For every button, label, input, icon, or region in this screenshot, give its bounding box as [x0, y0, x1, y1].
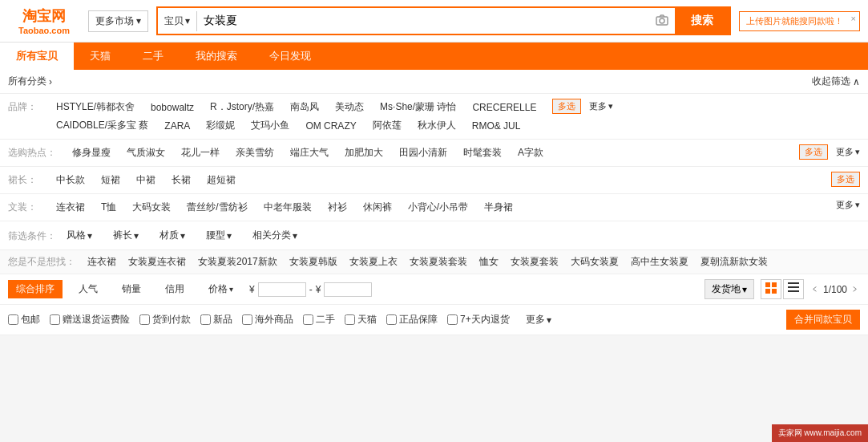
checkbox-return-fee[interactable]: 赠送退货运费险 [50, 313, 130, 326]
material-filter[interactable]: 材质 ▾ [149, 226, 196, 245]
list-item[interactable]: 田园小清新 [391, 144, 455, 161]
dress-more-button[interactable]: 更多 ▾ [836, 199, 860, 211]
suggestion-item[interactable]: 高中生女装夏 [631, 255, 688, 269]
origin-button[interactable]: 发货地 ▾ [704, 279, 754, 299]
pants-length-filter[interactable]: 裤长 ▾ [103, 226, 149, 245]
page-next-button[interactable]: ﹥ [850, 282, 860, 296]
list-item[interactable]: 美动态 [327, 99, 372, 116]
brand-more-button[interactable]: 更多 ▾ [589, 100, 613, 112]
chevron-down-icon: ▾ [742, 284, 747, 295]
sort-popularity[interactable]: 人气 [71, 280, 106, 298]
search-prefix[interactable]: 宝贝 ▾ [158, 11, 197, 31]
list-item[interactable]: 亲美雪纺 [228, 144, 282, 161]
list-item[interactable]: 休闲裤 [355, 199, 400, 216]
suggestion-item[interactable]: 女装夏装2017新款 [198, 255, 277, 269]
tab-mysearch[interactable]: 我的搜索 [180, 43, 253, 70]
list-item[interactable]: CAIDOBLE/采多宝 蔡 [48, 117, 156, 134]
list-item[interactable]: 加肥加大 [337, 144, 391, 161]
tab-tmall[interactable]: 天猫 [74, 43, 127, 70]
hotspot-more-button[interactable]: 更多 ▾ [836, 146, 860, 158]
grid-view-icon[interactable] [761, 279, 781, 299]
suggestion-item[interactable]: 女装夏装套装 [410, 255, 467, 269]
list-item[interactable]: A字款 [510, 144, 551, 161]
list-item[interactable]: T恤 [93, 199, 124, 216]
list-item[interactable]: OM CRAZY [297, 119, 364, 133]
sort-sales[interactable]: 销量 [114, 280, 149, 298]
list-item[interactable]: HSTYLE/韩都衣舍 [48, 99, 143, 116]
suggestion-item[interactable]: 女装夏上衣 [349, 255, 398, 269]
related-category-filter[interactable]: 相关分类 ▾ [242, 226, 308, 245]
tab-all[interactable]: 所有宝贝 [0, 43, 74, 70]
list-item[interactable]: CRECERELLE [464, 100, 544, 115]
checkbox-secondhand[interactable]: 二手 [303, 313, 335, 326]
list-item[interactable]: 南岛风 [282, 99, 327, 116]
sort-price[interactable]: 价格 ▾ [200, 280, 241, 298]
list-item[interactable]: R．Jstory/热嘉 [202, 99, 282, 116]
collapse-button[interactable]: 收起筛选 ∧ [812, 75, 860, 88]
logo: 淘宝网 Taobao.com [8, 6, 80, 35]
list-item[interactable]: 气质淑女 [119, 144, 173, 161]
tab-secondhand[interactable]: 二手 [127, 43, 180, 70]
camera-icon[interactable] [649, 10, 675, 32]
list-item[interactable]: 艾玛小鱼 [243, 117, 297, 134]
list-item[interactable]: bobowaltz [143, 100, 202, 115]
list-item[interactable]: 小背心/小吊带 [400, 199, 476, 216]
style-filter[interactable]: 风格 ▾ [56, 226, 103, 245]
suggestion-item[interactable]: 夏朝流新款女装 [700, 255, 768, 269]
checkbox-overseas[interactable]: 海外商品 [242, 313, 293, 326]
checkbox-new[interactable]: 新品 [200, 313, 232, 326]
svg-rect-5 [772, 289, 777, 294]
suggestion-item[interactable]: 大码女装夏 [571, 255, 619, 269]
market-button[interactable]: 更多市场 ▾ [88, 10, 148, 32]
checkbox-free-shipping[interactable]: 包邮 [8, 313, 40, 326]
search-button[interactable]: 搜索 [675, 8, 729, 34]
list-item[interactable]: 大码女装 [124, 199, 179, 216]
suggestion-item[interactable]: 恤女 [479, 255, 499, 269]
list-item[interactable]: RMO& JUL [464, 119, 529, 133]
list-item[interactable]: 半身裙 [476, 199, 521, 216]
price-min-input[interactable] [258, 282, 306, 297]
list-item[interactable]: 中长款 [48, 172, 93, 189]
list-item[interactable]: 花儿一样 [173, 144, 228, 161]
list-item[interactable]: 蕾丝纱/雪纺衫 [179, 199, 255, 216]
list-item[interactable]: Ms·She/蒙珊 诗怡 [372, 99, 464, 116]
more-filters-button[interactable]: 更多 ▾ [526, 313, 551, 326]
tab-discover[interactable]: 今日发现 [253, 43, 327, 70]
price-max-input[interactable] [324, 282, 372, 297]
list-view-icon[interactable] [783, 279, 804, 299]
list-item[interactable]: 端庄大气 [282, 144, 337, 161]
list-item[interactable]: 短裙 [93, 172, 128, 189]
sort-comprehensive[interactable]: 综合排序 [8, 280, 63, 298]
page-info: ﹤ 1/100 ﹥ [810, 282, 860, 296]
page-prev-button[interactable]: ﹤ [810, 282, 820, 296]
list-item[interactable]: 时髦套装 [455, 144, 510, 161]
checkbox-cod[interactable]: 货到付款 [139, 313, 191, 326]
hotspot-multiselect-button[interactable]: 多选 [799, 144, 828, 160]
list-item[interactable]: 长裙 [164, 172, 199, 189]
checkbox-return7[interactable]: 7+天内退货 [447, 313, 510, 326]
list-item[interactable]: 连衣裙 [48, 199, 93, 216]
list-item[interactable]: 中裙 [128, 172, 164, 189]
suggestion-item[interactable]: 女装夏韩版 [289, 255, 337, 269]
list-item[interactable]: 秋水伊人 [410, 117, 464, 134]
list-item[interactable]: 衬衫 [320, 199, 355, 216]
suggestion-item[interactable]: 女装夏套装 [511, 255, 559, 269]
list-item[interactable]: 修身显瘦 [64, 144, 119, 161]
length-multiselect-button[interactable]: 多选 [831, 172, 860, 187]
suggestion-item[interactable]: 女装夏连衣裙 [128, 255, 186, 269]
breadcrumb-link[interactable]: 所有分类 [8, 75, 46, 88]
merge-button[interactable]: 合并同款宝贝 [786, 310, 860, 330]
suggestion-item[interactable]: 连衣裙 [87, 255, 116, 269]
list-item[interactable]: 超短裙 [199, 172, 244, 189]
list-item[interactable]: 中老年服装 [256, 199, 320, 216]
waist-filter[interactable]: 腰型 ▾ [196, 226, 242, 245]
list-item[interactable]: 阿依莲 [365, 117, 410, 134]
checkbox-tmall[interactable]: 天猫 [345, 313, 377, 326]
list-item[interactable]: 彩缎妮 [198, 117, 243, 134]
checkbox-genuine[interactable]: 正品保障 [386, 313, 438, 326]
brand-multiselect-button[interactable]: 多选 [552, 99, 581, 114]
tooltip-close-icon[interactable]: × [851, 14, 856, 23]
sort-credit[interactable]: 信用 [157, 280, 192, 298]
list-item[interactable]: ZARA [156, 119, 198, 133]
search-input[interactable] [197, 10, 649, 32]
